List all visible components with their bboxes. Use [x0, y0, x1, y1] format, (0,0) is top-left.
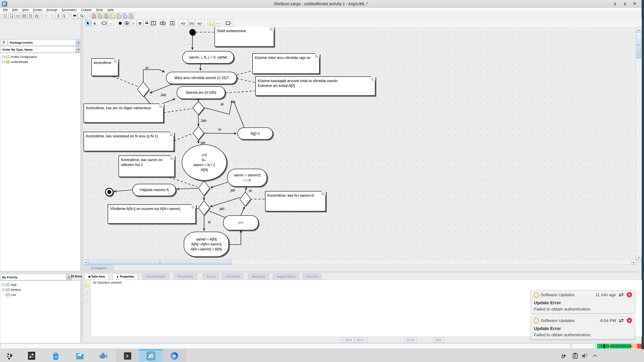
toast-settings-icon[interactable]: [618, 293, 624, 298]
tab-tagged-values[interactable]: Tagged Values: [273, 274, 299, 280]
perspective-combo[interactable]: Package-centric ▼: [8, 39, 81, 46]
chevron-down-icon[interactable]: ▼: [76, 46, 81, 52]
notification-toast[interactable]: ↑ Software Updates 6:04 PM ✕ Update Erro…: [531, 316, 635, 339]
clipboard-tray-icon[interactable]: [572, 352, 579, 360]
action-i-plus-plus[interactable]: i++: [223, 215, 258, 230]
scrollbar-thumb[interactable]: ║: [88, 260, 232, 265]
fish-app-icon[interactable]: [98, 350, 109, 362]
tree-item-profile-configuration[interactable]: Profile Configuration: [0, 54, 80, 59]
config-perspectives-button[interactable]: [56, 13, 62, 19]
new-project-button[interactable]: *: [2, 13, 8, 19]
horizontal-scrollbar[interactable]: ◄ ║ ►: [83, 260, 636, 265]
new-sequence-diagram-button[interactable]: [110, 13, 116, 19]
note-vahemik[interactable]: Kontrollime, kas arv on õiges vahemikus: [84, 104, 164, 123]
vertical-splitter[interactable]: [80, 19, 83, 343]
settings-button[interactable]: [62, 13, 68, 19]
action-swap[interactable]: sahtel = A[N] A[N] =A[N-i-samm] A[N-i-sa…: [184, 232, 229, 257]
shape-dropdown-tool[interactable]: ▾: [224, 20, 234, 26]
menu-generation[interactable]: Generation: [62, 8, 77, 11]
scroll-right-icon[interactable]: ►: [631, 260, 636, 265]
expander-icon[interactable]: [2, 288, 5, 291]
open-button[interactable]: [15, 13, 21, 19]
todo-filter-combo[interactable]: By Priority ▼: [0, 274, 72, 280]
scroll-down-icon[interactable]: ▼: [636, 255, 642, 260]
new-todo-button[interactable]: [84, 281, 90, 287]
menu-critique[interactable]: Critique: [81, 8, 92, 11]
export-button[interactable]: [27, 13, 34, 19]
scroll-up-icon[interactable]: ▲: [636, 27, 642, 32]
action-samm-half[interactable]: samm = samm/2 i = 0: [227, 169, 267, 187]
action-tool[interactable]: a()▾: [195, 20, 205, 26]
find-button[interactable]: [72, 13, 78, 19]
tab-source[interactable]: Source: [203, 274, 219, 280]
todo-item-medium[interactable]: Medium: [0, 287, 80, 292]
comment-link-tool[interactable]: ----: [214, 20, 221, 26]
notification-toast[interactable]: ↑ Software Updates 11 min ago ✕ Update E…: [531, 290, 635, 314]
note-vordleme[interactable]: Võrdleme A[N-i] on suurem kui A[N-i-samm…: [108, 204, 196, 224]
action-state-tool[interactable]: [101, 20, 107, 26]
note-n-arvu[interactable]: Kontrollime, kas sisestatud on N arvu (j…: [84, 132, 174, 151]
menu-file[interactable]: File: [3, 8, 8, 11]
title-bar[interactable]: Shellsort.zargo - untitledModel activity…: [0, 0, 642, 8]
maximize-icon[interactable]: ∧: [621, 0, 629, 7]
tab-constraints[interactable]: Constraints: [222, 274, 243, 280]
tab-todo-item[interactable]: ◀ ToDo Item: [84, 274, 108, 280]
scrollbar-thumb[interactable]: ║: [636, 32, 641, 58]
new-activity-diagram-button[interactable]: [122, 13, 128, 19]
note-samm-vaiksem[interactable]: Kontrollime, kas samm on väiksem kui 1: [118, 155, 175, 177]
menu-create[interactable]: Create: [33, 8, 42, 11]
toast-settings-icon[interactable]: [618, 319, 624, 323]
tab-checklist[interactable]: Checklist: [303, 274, 322, 280]
tab-documentation[interactable]: Documentation: [142, 274, 169, 280]
tab-presentation[interactable]: Presentation: [174, 274, 197, 280]
broom-tool[interactable]: [91, 20, 98, 26]
new-class-diagram-button[interactable]: [97, 13, 103, 19]
scroll-left-icon[interactable]: ◄: [83, 260, 88, 265]
zoom-button[interactable]: ▾: [78, 13, 87, 19]
toast-close-icon[interactable]: ✕: [627, 292, 632, 298]
new-collaboration-diagram-button[interactable]: [104, 13, 110, 19]
join-tool[interactable]: [144, 20, 150, 26]
menu-help[interactable]: Help: [108, 8, 114, 11]
task-konsole[interactable]: [116, 350, 139, 362]
tab-stereotype[interactable]: Stereotype: [248, 274, 269, 280]
guard-tool[interactable]: [G]: [188, 20, 195, 26]
initial-state-tool[interactable]: [117, 20, 123, 26]
close-icon[interactable]: ✕: [631, 0, 639, 7]
dolphin-file-manager-icon[interactable]: [74, 350, 86, 362]
ordering-combo[interactable]: Order By Type, Name ▼: [0, 46, 81, 53]
new-deployment-diagram-button[interactable]: [128, 13, 134, 19]
chevron-down-icon[interactable]: ▼: [76, 39, 81, 45]
activity-tray-icon[interactable]: [561, 352, 568, 360]
comment-tool[interactable]: [208, 20, 214, 26]
note-n-i-samm[interactable]: Kontrollime, kas N-i-samm>0: [265, 191, 326, 211]
menu-edit[interactable]: Edit: [12, 8, 18, 11]
transition-tool[interactable]: →: [108, 20, 114, 26]
new-usecase-diagram-button[interactable]: [91, 13, 97, 19]
save-button[interactable]: [21, 13, 27, 19]
task-argouml-active[interactable]: [139, 350, 162, 362]
action-init-vars[interactable]: samm, i, N, j = 0, sahtel: [182, 51, 234, 63]
new-model-button[interactable]: [9, 13, 15, 19]
system-settings-icon[interactable]: [26, 350, 38, 362]
chevron-down-icon[interactable]: ▼: [66, 274, 72, 280]
minimize-icon[interactable]: ∨: [611, 0, 619, 7]
diagram-canvas[interactable]: Shell sorteerimine Küsime mitut arvu võr…: [83, 27, 636, 260]
action-loop-setup[interactable]: i=0 N-- samm = N / 2 A[N]: [182, 144, 227, 181]
print-button[interactable]: [34, 13, 40, 19]
tab-as-diagram[interactable]: As Diagram: [83, 265, 114, 271]
action-a-j-plus-1[interactable]: A[j]+1: [238, 127, 273, 140]
event-tool[interactable]: e()▾: [178, 20, 188, 26]
expander-icon[interactable]: [2, 60, 5, 63]
tray-expander-chevron-icon[interactable]: [591, 352, 598, 360]
note-shell-sort[interactable]: Shell sorteerimine: [214, 27, 274, 47]
tab-properties[interactable]: ▲ Properties: [113, 274, 138, 280]
perspective-config-icon[interactable]: [1, 39, 7, 45]
vertical-scrollbar[interactable]: ▲ ║ ▼: [636, 27, 642, 260]
final-node[interactable]: [105, 188, 114, 196]
note-kontrollime[interactable]: kontrollime: [91, 58, 118, 76]
action-sisesta-arv[interactable]: Sisesta arv (0-100): [177, 86, 225, 99]
select-tool[interactable]: [85, 20, 91, 26]
expander-icon[interactable]: [2, 283, 5, 286]
volume-muted-tray-icon[interactable]: [581, 352, 588, 360]
